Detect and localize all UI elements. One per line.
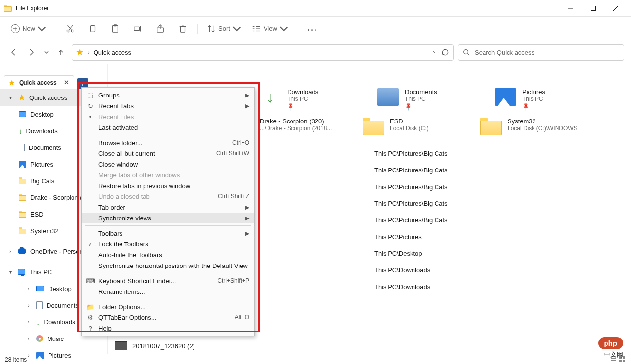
menu-label: Keyboard Shortcut Finder... xyxy=(98,277,176,285)
minimize-button[interactable] xyxy=(559,0,582,16)
svg-rect-8 xyxy=(91,25,95,32)
menu-item[interactable]: ⬚Groups▶ xyxy=(82,90,254,100)
menu-item[interactable]: Synchronize views▶ xyxy=(82,213,254,223)
tile-system32[interactable]: System32Local Disk (C:)\WINDOWS xyxy=(480,118,578,135)
list-item[interactable]: This PC\Downloads xyxy=(374,262,623,278)
ellipsis-icon xyxy=(307,25,317,32)
recent-files-paths: This PC\Pictures\Big Cats This PC\Pictur… xyxy=(374,145,623,295)
app-icon xyxy=(4,5,12,12)
pin-icon: 📌 xyxy=(521,102,530,111)
menu-item[interactable]: ⚙QTTabBar Options...Alt+O xyxy=(82,312,254,323)
tab-quick-access[interactable]: Quick access ✕ xyxy=(4,75,74,89)
menu-item[interactable]: Last activated xyxy=(82,122,254,133)
menu-item[interactable]: Close all but currentCtrl+Shift+W xyxy=(82,148,254,159)
picture-icon xyxy=(36,352,44,359)
tile-esd[interactable]: ESDLocal Disk (C:) xyxy=(363,118,461,135)
submenu-arrow-icon: ▶ xyxy=(245,92,249,98)
sort-icon xyxy=(207,24,216,33)
sort-button[interactable]: Sort xyxy=(202,20,246,38)
paste-button[interactable] xyxy=(104,20,126,38)
delete-button[interactable] xyxy=(172,20,194,38)
cut-button[interactable] xyxy=(59,20,81,38)
view-button[interactable]: View xyxy=(247,20,293,38)
music-icon xyxy=(36,335,43,342)
menu-item[interactable]: ✓Lock the Toolbars xyxy=(82,239,254,249)
download-icon: ↓ xyxy=(267,89,274,105)
menu-shortcut: Alt+O xyxy=(235,314,249,321)
search-box[interactable]: Search Quick access xyxy=(458,44,624,61)
svg-rect-1 xyxy=(591,6,596,10)
menu-item[interactable]: Restore tabs in previous window xyxy=(82,180,254,191)
command-toolbar: New Sort View xyxy=(0,17,631,41)
list-item[interactable]: This PC\Pictures\Big Cats xyxy=(374,162,623,178)
menu-item[interactable]: Toolbars▶ xyxy=(82,228,254,239)
list-item[interactable]: This PC\Desktop xyxy=(374,245,623,262)
address-bar[interactable]: › Quick access xyxy=(72,44,454,61)
menu-item: Undo a closed tabCtrl+Shift+Z xyxy=(82,191,254,202)
menu-label: Auto-hide the Toolbars xyxy=(98,251,162,259)
tile-documents[interactable]: DocumentsThis PC📌 xyxy=(377,88,475,110)
menu-shortcut: Ctrl+O xyxy=(232,139,249,146)
more-button[interactable] xyxy=(301,20,323,38)
cn-watermark: 中文网 xyxy=(604,350,623,359)
menu-label: QTTabBar Options... xyxy=(98,314,157,321)
menu-label: Tab order xyxy=(98,204,125,211)
pin-icon: 📌 xyxy=(403,102,413,111)
svg-rect-9 xyxy=(113,25,118,32)
menu-item[interactable]: Rename items... xyxy=(82,286,254,297)
menu-item[interactable]: Browse folder...Ctrl+O xyxy=(82,137,254,148)
tile-downloads[interactable]: ↓ DownloadsThis PC📌 xyxy=(260,88,358,110)
list-item[interactable]: This PC\Downloads xyxy=(374,278,623,295)
refresh-button[interactable] xyxy=(441,49,449,56)
menu-item[interactable]: Tab order▶ xyxy=(82,202,254,213)
recent-dropdown[interactable] xyxy=(42,46,50,59)
title-bar: File Explorer xyxy=(0,0,631,17)
pc-icon xyxy=(18,269,25,275)
chevron-right-icon: › xyxy=(25,319,32,325)
copy-button[interactable] xyxy=(82,20,103,38)
menu-label: Merge tabs of other windows xyxy=(98,171,180,179)
list-item[interactable]: This PC\Pictures\Big Cats xyxy=(374,178,623,195)
list-item[interactable]: This PC\Pictures xyxy=(374,228,623,245)
folder-icon xyxy=(19,227,26,234)
document-icon xyxy=(19,144,25,151)
new-button[interactable]: New xyxy=(6,20,51,38)
menu-item[interactable]: Close window xyxy=(82,159,254,170)
address-row: › Quick access Search Quick access xyxy=(0,41,631,64)
menu-item[interactable]: 📁Folder Options... xyxy=(82,301,254,312)
chevron-down-icon[interactable] xyxy=(433,50,437,55)
menu-item[interactable]: Synchronize horizontal position with the… xyxy=(82,260,254,271)
svg-marker-29 xyxy=(9,80,15,85)
share-button[interactable] xyxy=(149,20,171,38)
file-item[interactable]: 20181007_123620 (2) xyxy=(115,341,195,350)
tab-close-button[interactable]: ✕ xyxy=(64,79,69,86)
submenu-arrow-icon: ▶ xyxy=(245,204,249,211)
menu-icon: ✓ xyxy=(86,241,95,248)
menu-label: Groups xyxy=(98,92,120,99)
list-item[interactable]: This PC\Pictures\Big Cats xyxy=(374,212,623,228)
forward-button[interactable] xyxy=(24,46,38,59)
menu-label: Browse folder... xyxy=(98,139,143,146)
chevron-down-icon xyxy=(232,24,241,33)
menu-item[interactable]: Auto-hide the Toolbars xyxy=(82,249,254,260)
menu-label: Synchronize views xyxy=(98,215,151,222)
menu-item[interactable]: ⌨Keyboard Shortcut Finder...Ctrl+Shift+P xyxy=(82,275,254,286)
maximize-button[interactable] xyxy=(582,0,605,16)
list-item[interactable]: This PC\Pictures\Big Cats xyxy=(374,195,623,212)
up-button[interactable] xyxy=(54,46,68,59)
close-button[interactable] xyxy=(605,0,627,16)
picture-icon xyxy=(19,161,26,168)
tile-pictures[interactable]: PicturesThis PC📌 xyxy=(495,88,593,110)
tile-drake[interactable]: Drake - Scorpion (320)...\Drake - Scorpi… xyxy=(260,118,343,135)
context-menu: ⬚Groups▶↻Recent Tabs▶•Recent FilesLast a… xyxy=(81,87,255,336)
menu-label: Rename items... xyxy=(98,288,145,295)
menu-item[interactable]: ?Help xyxy=(82,323,254,334)
menu-item[interactable]: ↻Recent Tabs▶ xyxy=(82,100,254,111)
star-icon xyxy=(76,49,84,56)
rename-button[interactable] xyxy=(127,20,148,38)
list-item[interactable]: This PC\Pictures\Big Cats xyxy=(374,145,623,162)
back-button[interactable] xyxy=(7,46,21,59)
submenu-arrow-icon: ▶ xyxy=(245,103,249,109)
menu-label: Restore tabs in previous window xyxy=(98,182,190,190)
status-bar: 28 items xyxy=(5,356,27,363)
